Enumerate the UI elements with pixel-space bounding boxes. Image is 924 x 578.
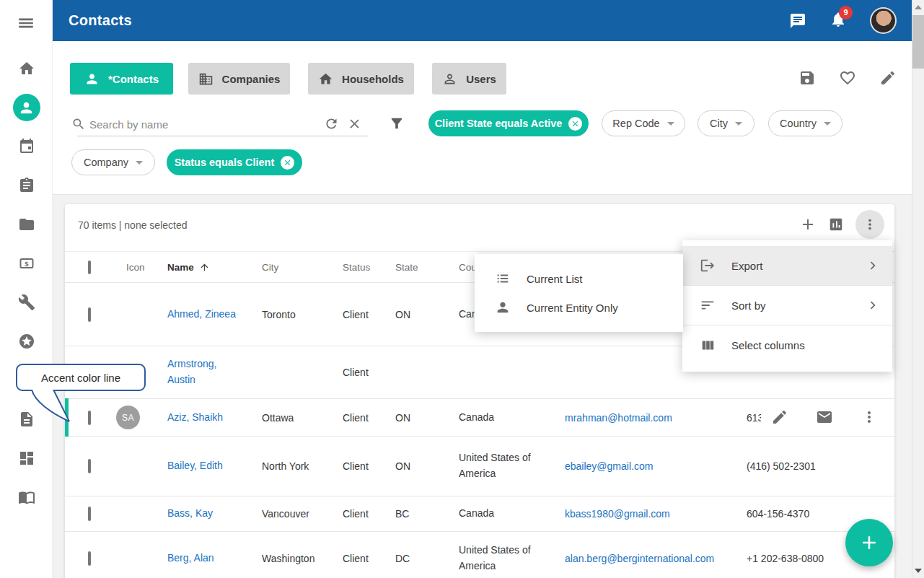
cell-email[interactable]: kbass1980@gmail.com [565,508,670,520]
clear-search-icon[interactable] [347,116,362,131]
contact-name-link[interactable]: Bailey, Edith [167,458,223,474]
row-checkbox[interactable] [88,459,91,473]
menu-icon[interactable] [16,14,36,32]
filter-chip-country[interactable]: Country [768,110,842,136]
edit-row-icon[interactable] [771,408,788,426]
search-input[interactable] [89,115,306,133]
cell-city: Washington [262,553,343,564]
folder-icon [18,216,35,233]
sidebar-item-tasks[interactable] [11,166,43,205]
sidebar-item-library[interactable] [11,478,43,517]
remove-filter-icon[interactable] [568,117,582,131]
submenu-item-current-list[interactable]: Current List [475,264,683,293]
filter-chip-status[interactable]: Status equals Client [167,149,302,175]
edit-icon[interactable] [879,69,897,87]
column-header-status[interactable]: Status [343,262,395,273]
sidebar-item-contacts[interactable] [11,88,43,127]
close-icon [571,119,580,128]
scrollbar-thumb[interactable] [912,15,924,69]
table-row[interactable]: Bailey, Edith North York Client ON Unite… [65,437,894,496]
scroll-down-arrow[interactable] [915,569,922,573]
cell-email[interactable]: alan.berg@berginternational.com [565,553,714,564]
cell-status: Client [343,412,395,424]
column-header-name[interactable]: Name [167,262,262,273]
tab-label: *Contacts [108,73,159,85]
close-icon [283,158,292,167]
cell-city: North York [262,460,343,472]
table-row[interactable]: Berg, Alan Washington Client DC United S… [65,532,894,578]
export-submenu: Current List Current Entity Only [475,254,683,332]
cell-city: Vancouver [262,508,343,520]
clipboard-icon [18,177,35,194]
tab-label: Users [466,73,496,85]
row-checkbox[interactable] [88,551,91,566]
row-checkbox[interactable] [88,411,91,425]
user-avatar[interactable] [870,7,897,34]
sidebar-item-home[interactable] [11,49,43,88]
menu-item-label: Select columns [731,339,805,351]
save-icon[interactable] [798,69,816,87]
sidebar-item-billing[interactable]: $ [11,244,43,283]
sidebar-item-dashboard[interactable] [11,439,43,478]
sidebar-item-favorites[interactable] [11,322,43,361]
contact-name-link[interactable]: Aziz, Shaikh [167,410,223,426]
column-header-city[interactable]: City [262,262,343,273]
tab-households[interactable]: Households [308,63,414,95]
add-icon[interactable] [799,216,817,233]
person-outline-icon [442,71,457,87]
column-header-state[interactable]: State [395,262,459,273]
row-checkbox[interactable] [88,507,91,521]
filter-icon[interactable] [389,115,405,131]
chart-icon[interactable] [828,216,844,232]
refresh-icon[interactable] [324,116,339,131]
search-underline [77,136,368,136]
chat-icon[interactable] [789,12,806,30]
filter-chip-city[interactable]: City [698,110,754,136]
row-more-icon[interactable] [861,408,878,426]
table-row-selected-accent[interactable]: SA Aziz, Shaikh Ottawa Client ON Canada … [65,399,894,437]
menu-item-sort-by[interactable]: Sort by [682,286,892,325]
column-header-icon[interactable]: Icon [114,262,167,273]
filter-chip-client-state[interactable]: Client State equals Active [428,110,589,136]
more-options-button[interactable] [855,210,884,239]
contact-name-link[interactable]: Armstrong, Austin [167,356,237,387]
add-contact-fab[interactable] [845,519,893,566]
list-icon [495,271,511,286]
search-icon [71,117,86,131]
home-icon [18,60,35,77]
sidebar-item-calendar[interactable] [11,127,43,166]
contact-name-link[interactable]: Berg, Alan [167,551,214,566]
contact-name-link[interactable]: Ahmed, Zineea [167,307,236,323]
scroll-up-arrow[interactable] [915,5,922,9]
cell-email[interactable]: mrahman@hotmail.com [565,412,672,424]
menu-item-select-columns[interactable]: Select columns [682,325,892,365]
vertical-scrollbar[interactable] [912,0,924,578]
cell-country: United States of America [459,543,542,574]
remove-filter-icon[interactable] [281,156,294,170]
chip-label: City [710,118,728,129]
tab-users[interactable]: Users [432,63,506,95]
submenu-item-current-entity-only[interactable]: Current Entity Only [475,293,683,322]
notifications-button[interactable]: 9 [830,11,847,31]
filter-chip-rep-code[interactable]: Rep Code [602,110,685,136]
cell-city: Ottawa [262,412,343,424]
tab-companies[interactable]: Companies [188,63,290,95]
filter-chip-company[interactable]: Company [71,149,155,175]
sidebar-item-tools[interactable] [11,283,43,322]
menu-item-export[interactable]: Export [682,246,892,286]
row-checkbox[interactable] [88,307,91,322]
tab-contacts[interactable]: *Contacts [70,63,173,95]
cell-email[interactable]: ebailey@gmail.com [565,460,653,472]
cell-status: Client [343,460,395,472]
cell-state: ON [395,412,459,424]
select-all-checkbox[interactable] [88,260,91,274]
page-title: Contacts [69,12,132,29]
chevron-right-icon [865,297,881,313]
wrench-icon [18,294,35,311]
email-icon[interactable] [816,408,833,426]
avatar-initials[interactable]: SA [116,406,140,429]
table-row[interactable]: Bass, Kay Vancouver Client BC Canada kba… [65,496,894,532]
favorite-icon[interactable] [839,69,856,87]
sidebar-item-documents[interactable] [11,205,43,244]
contact-name-link[interactable]: Bass, Kay [167,506,213,522]
